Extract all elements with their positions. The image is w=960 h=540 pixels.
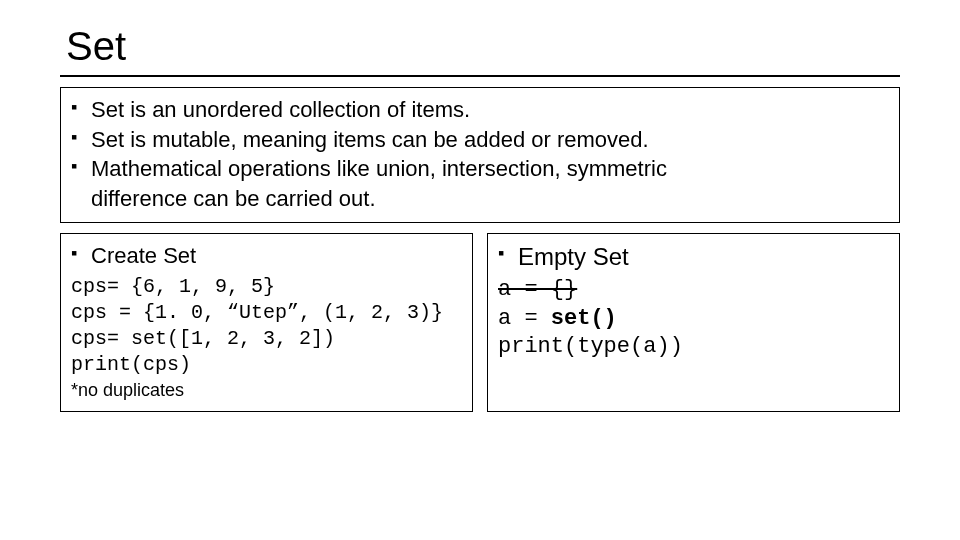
slide: Set Set is an unordered collection of it… xyxy=(0,0,960,412)
slide-title: Set xyxy=(60,24,900,69)
create-set-line2: cps = {1. 0, “Utep”, (1, 2, 3)} xyxy=(71,300,462,326)
empty-set-heading-list: Empty Set xyxy=(498,242,889,272)
empty-set-line2: a = set() xyxy=(498,305,889,334)
create-set-code: cps= {6, 1, 9, 5} cps = {1. 0, “Utep”, (… xyxy=(71,274,462,378)
overview-item-3-line2: difference can be carried out. xyxy=(71,185,889,213)
title-rule xyxy=(60,75,900,77)
overview-item-3: Mathematical operations like union, inte… xyxy=(71,155,889,183)
overview-item-2: Set is mutable, meaning items can be add… xyxy=(71,126,889,154)
empty-set-line3: print(type(a)) xyxy=(498,333,889,362)
create-set-line1: cps= {6, 1, 9, 5} xyxy=(71,274,462,300)
empty-set-heading: Empty Set xyxy=(498,242,889,272)
empty-set-box: Empty Set a = {} a = set() print(type(a)… xyxy=(487,233,900,412)
overview-item-1: Set is an unordered collection of items. xyxy=(71,96,889,124)
create-set-note: *no duplicates xyxy=(71,380,462,401)
empty-set-line2a: a = xyxy=(498,306,551,331)
overview-box: Set is an unordered collection of items.… xyxy=(60,87,900,223)
create-set-box: Create Set cps= {6, 1, 9, 5} cps = {1. 0… xyxy=(60,233,473,412)
overview-list: Set is an unordered collection of items.… xyxy=(71,96,889,183)
create-set-heading: Create Set xyxy=(71,242,462,270)
create-set-heading-list: Create Set xyxy=(71,242,462,270)
empty-set-code: a = {} a = set() print(type(a)) xyxy=(498,276,889,362)
overview-item-3-line1: Mathematical operations like union, inte… xyxy=(91,156,667,181)
bottom-row: Create Set cps= {6, 1, 9, 5} cps = {1. 0… xyxy=(60,233,900,412)
empty-set-line1: a = {} xyxy=(498,276,889,305)
create-set-line4: print(cps) xyxy=(71,352,462,378)
empty-set-line2b: set() xyxy=(551,306,617,331)
create-set-line3: cps= set([1, 2, 3, 2]) xyxy=(71,326,462,352)
